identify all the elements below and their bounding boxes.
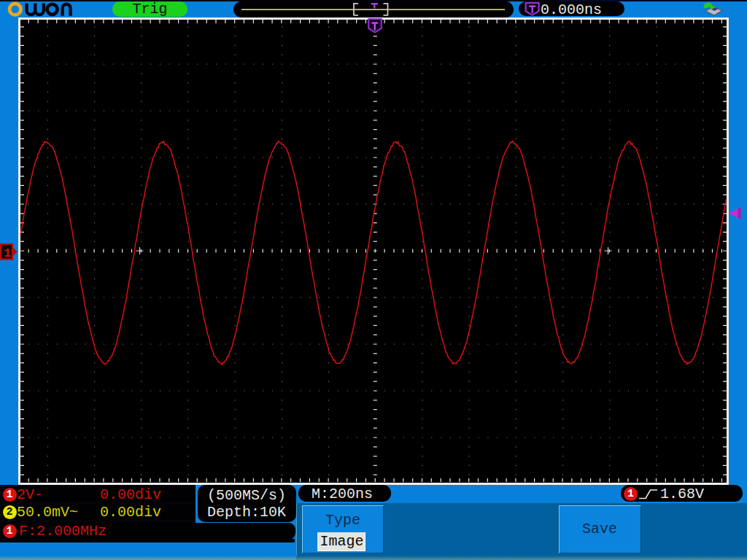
svg-text:0.000ns: 0.000ns	[541, 1, 602, 18]
svg-text:1: 1	[4, 246, 11, 260]
